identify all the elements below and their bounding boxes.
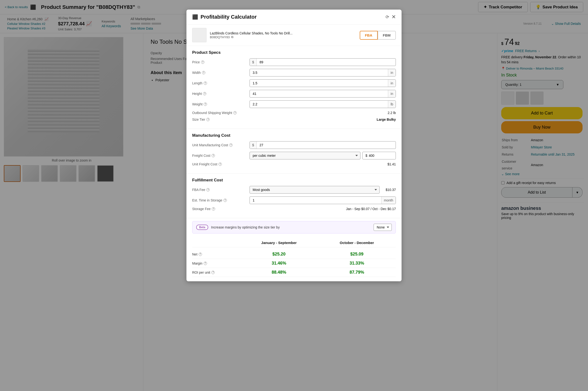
- unit-mfg-input-group: $: [250, 141, 396, 149]
- weight-label: Weight ?: [192, 102, 250, 106]
- est-time-input-group: month: [250, 196, 396, 204]
- roi-row: ROI per unit ? 88.48% 87.79%: [192, 268, 396, 277]
- modal-close-button[interactable]: ✕: [392, 14, 396, 20]
- outbound-shipping-help-icon[interactable]: ?: [233, 111, 237, 114]
- width-input[interactable]: [250, 69, 388, 76]
- freight-price-input[interactable]: [369, 154, 388, 158]
- net-label: Net ?: [192, 252, 240, 256]
- price-input-wrap: $: [250, 58, 396, 66]
- modal-header: ⬛ Profitability Calculator ⟳ ✕: [187, 9, 401, 25]
- est-time-unit: month: [381, 197, 395, 204]
- height-input-wrap: in: [250, 90, 396, 98]
- est-time-help-icon[interactable]: ?: [223, 198, 227, 202]
- storage-fee-value-wrap: Jan - Sep $0.07 / Oct - Dec $0.17: [250, 207, 396, 211]
- fba-fee-type-select[interactable]: Most goods: [250, 186, 380, 194]
- unit-mfg-cost-row: Unit Manufacturing Cost ? $: [192, 141, 396, 149]
- profitability-calculator-modal: ⬛ Profitability Calculator ⟳ ✕ LazBlinds…: [187, 9, 401, 281]
- size-tier-value: Large Bulky: [377, 118, 396, 121]
- weight-help-icon[interactable]: ?: [204, 102, 207, 106]
- price-prefix: $: [250, 59, 257, 66]
- modal-chart-icon: ⬛: [192, 14, 198, 20]
- length-help-icon[interactable]: ?: [204, 82, 207, 85]
- freight-cost-row: Freight Cost ? per cubic meter $: [192, 152, 396, 159]
- height-input-group: in: [250, 90, 396, 98]
- fba-fee-help-icon[interactable]: ?: [206, 188, 210, 192]
- unit-mfg-input[interactable]: [257, 141, 395, 149]
- fbm-button[interactable]: FBM: [378, 31, 396, 40]
- width-row: Width ? in: [192, 69, 396, 77]
- height-unit: in: [388, 90, 395, 97]
- unit-mfg-help-icon[interactable]: ?: [229, 143, 233, 147]
- results-section: January - September October - December N…: [187, 236, 401, 281]
- width-help-icon[interactable]: ?: [202, 71, 205, 74]
- est-time-label: Est. Time in Storage ?: [192, 198, 250, 202]
- roi-jan-sep: 88.48%: [240, 270, 318, 275]
- storage-fee-row: Storage Fee ? Jan - Sep $0.07 / Oct - De…: [192, 207, 396, 211]
- modal-overlay: ⬛ Profitability Calculator ⟳ ✕ LazBlinds…: [0, 0, 588, 391]
- beta-banner: Beta Increase margins by optimizing the …: [192, 221, 396, 233]
- outbound-shipping-row: Outbound Shipping Weight ? 2.2 lb: [192, 111, 396, 115]
- net-jan-sep: $25.20: [240, 252, 318, 257]
- unit-freight-cost-row: Unit Freight Cost ? $1.41: [192, 162, 396, 166]
- storage-fee-label: Storage Fee ?: [192, 207, 250, 211]
- outbound-shipping-label: Outbound Shipping Weight ?: [192, 111, 250, 115]
- freight-help-icon[interactable]: ?: [211, 154, 215, 157]
- margin-jan-sep: 31.46%: [240, 261, 318, 266]
- weight-input[interactable]: [250, 101, 388, 108]
- height-input[interactable]: [250, 90, 388, 97]
- net-oct-dec: $25.09: [318, 252, 396, 257]
- margin-row: Margin ? 31.46% 31.33%: [192, 259, 396, 268]
- length-input[interactable]: [250, 80, 388, 87]
- product-specs-section: Product Specs Price ? $: [187, 46, 401, 129]
- roi-oct-dec: 87.79%: [318, 270, 396, 275]
- freight-input-wrap: per cubic meter $: [250, 152, 396, 159]
- margin-help-icon[interactable]: ?: [204, 262, 207, 265]
- product-specs-title: Product Specs: [192, 50, 396, 55]
- storage-fee-help-icon[interactable]: ?: [212, 207, 215, 210]
- height-help-icon[interactable]: ?: [203, 92, 206, 95]
- unit-freight-cost-label: Unit Freight Cost ?: [192, 162, 250, 166]
- weight-row: Weight ? lb: [192, 100, 396, 108]
- width-label: Width ?: [192, 71, 250, 75]
- unit-mfg-prefix: $: [250, 141, 257, 149]
- fba-fbm-toggle: FBA FBM: [360, 31, 396, 40]
- price-help-icon[interactable]: ?: [201, 60, 204, 64]
- beta-badge: Beta: [196, 225, 208, 230]
- fba-button[interactable]: FBA: [360, 31, 378, 40]
- roi-label: ROI per unit ?: [192, 271, 240, 274]
- fba-fee-row: FBA Fee ? Most goods $10.37: [192, 186, 396, 194]
- modal-refresh-button[interactable]: ⟳: [386, 14, 389, 20]
- modal-product-row: LazBlinds Cordless Cellular Shades, No T…: [187, 25, 401, 46]
- fulfillment-cost-section: Fulfillment Cost FBA Fee ? Most goods $1…: [187, 174, 401, 218]
- length-input-group: in: [250, 79, 396, 87]
- size-tier-help-icon[interactable]: ?: [206, 118, 210, 121]
- height-label: Height ?: [192, 92, 250, 96]
- est-time-input[interactable]: [250, 197, 381, 204]
- price-row: Price ? $: [192, 58, 396, 66]
- asin-copy-icon[interactable]: ⧉: [231, 35, 233, 39]
- modal-product-name: LazBlinds Cordless Cellular Shades, No T…: [210, 31, 356, 35]
- est-time-input-wrap: month: [250, 196, 396, 204]
- unit-freight-help-icon[interactable]: ?: [218, 163, 222, 166]
- fba-fee-label: FBA Fee ?: [192, 188, 250, 192]
- roi-help-icon[interactable]: ?: [211, 271, 215, 274]
- net-help-icon[interactable]: ?: [199, 253, 202, 256]
- width-input-wrap: in: [250, 69, 396, 77]
- storage-fee-range: Jan - Sep $0.07 / Oct - Dec $0.17: [346, 207, 396, 211]
- size-tier-row: Size Tier ? Large Bulky: [192, 118, 396, 121]
- net-row: Net ? $25.20 $25.09: [192, 250, 396, 259]
- unit-freight-value: $1.41: [388, 162, 396, 166]
- manufacturing-cost-title: Manufacturing Cost: [192, 133, 396, 138]
- length-unit: in: [388, 80, 395, 87]
- beta-size-tier-select[interactable]: None: [374, 224, 392, 231]
- margin-label: Margin ?: [192, 262, 240, 265]
- weight-unit: lb: [388, 101, 395, 108]
- freight-type-select[interactable]: per cubic meter: [250, 152, 360, 159]
- price-input-group: $: [250, 58, 396, 66]
- price-input[interactable]: [257, 59, 395, 66]
- fba-fee-value: $10.37: [382, 188, 396, 192]
- weight-input-wrap: lb: [250, 100, 396, 108]
- results-oct-dec-header: October - December: [318, 241, 396, 245]
- fba-fee-wrap: Most goods $10.37: [250, 186, 396, 194]
- price-label: Price ?: [192, 60, 250, 64]
